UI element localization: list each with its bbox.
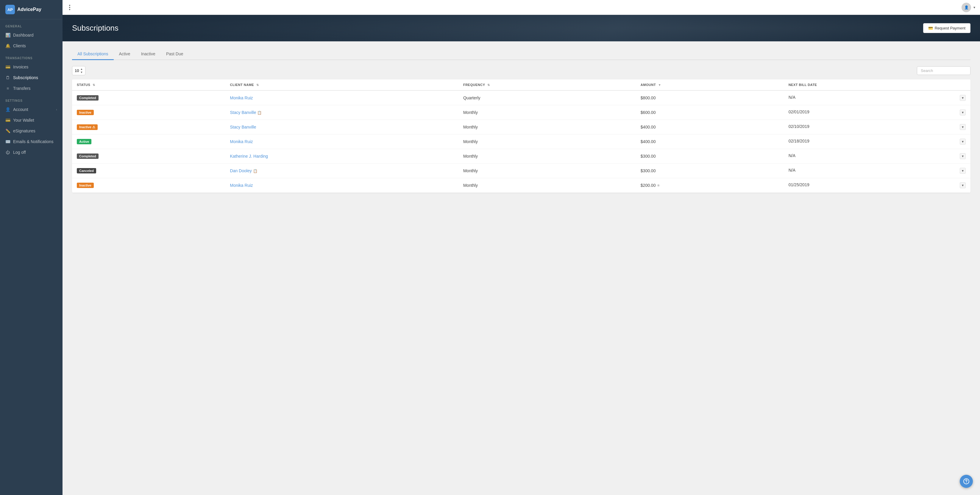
col-client-name[interactable]: CLIENT NAME ⇅	[225, 79, 458, 90]
client-name-link[interactable]: Dan Dooley	[230, 168, 252, 173]
clients-icon: 🔔	[5, 43, 10, 48]
cell-next-bill-date: N/A ▾	[784, 163, 970, 178]
table-row: Completed Katherine J. Harding Monthly $…	[72, 149, 970, 163]
sidebar-item-your-wallet[interactable]: 💳 Your Wallet	[0, 115, 62, 125]
table-row: Canceled Dan Dooley📋 Monthly $300.00 N/A…	[72, 163, 970, 178]
cell-frequency: Monthly	[458, 105, 636, 120]
row-action-dropdown[interactable]: ▾	[960, 124, 966, 130]
sort-icon-status: ⇅	[92, 83, 95, 87]
sidebar-item-label: Emails & Notifications	[13, 139, 53, 144]
col-next-bill-date: NEXT BILL DATE	[784, 79, 970, 90]
cell-client-name: Stacy Banville📋	[225, 105, 458, 120]
sidebar-item-log-off[interactable]: ⏻ Log off	[0, 147, 62, 158]
table-controls: 10 ▲ ▼	[72, 66, 970, 75]
sidebar-item-account[interactable]: 👤 Account ‹	[0, 104, 62, 115]
table-header-row: STATUS ⇅ CLIENT NAME ⇅ FREQUENCY ⇅ AMOUN…	[72, 79, 970, 90]
cell-frequency: Monthly	[458, 120, 636, 135]
client-name-link[interactable]: Monika Ruiz	[230, 139, 253, 144]
account-icon: 👤	[5, 107, 10, 112]
cell-status: Completed	[72, 149, 225, 163]
subscriptions-table: STATUS ⇅ CLIENT NAME ⇅ FREQUENCY ⇅ AMOUN…	[72, 79, 970, 193]
tab-all-subscriptions[interactable]: All Subscriptions	[72, 49, 114, 60]
client-name-link[interactable]: Monika Ruiz	[230, 95, 253, 100]
per-page-selector[interactable]: 10 ▲ ▼	[72, 66, 86, 75]
sort-icon-freq: ⇅	[487, 83, 490, 87]
row-action-dropdown[interactable]: ▾	[960, 109, 966, 116]
cell-status: Canceled	[72, 163, 225, 178]
row-action-dropdown[interactable]: ▾	[960, 182, 966, 188]
sort-icon-amount: ▼	[658, 83, 661, 87]
cell-frequency: Monthly	[458, 163, 636, 178]
cell-client-name: Stacy Banville	[225, 120, 458, 135]
search-input[interactable]	[917, 66, 970, 75]
cell-frequency: Monthly	[458, 135, 636, 149]
sidebar-item-label: Account	[13, 107, 28, 112]
chevron-up-icon: ▲	[80, 68, 83, 70]
row-action-dropdown[interactable]: ▾	[960, 139, 966, 144]
status-badge: Inactive	[77, 182, 94, 188]
cell-next-bill-date: 02/10/2019 ▾	[784, 120, 970, 135]
sidebar-item-invoices[interactable]: 💳 Invoices	[0, 62, 62, 72]
client-name-link[interactable]: Katherine J. Harding	[230, 154, 268, 159]
cell-client-name: Monika Ruiz	[225, 178, 458, 193]
client-name-link[interactable]: Stacy Banville	[230, 125, 256, 129]
cell-status: Completed	[72, 90, 225, 105]
sidebar-item-label: Your Wallet	[13, 118, 34, 122]
file-icon: 📋	[257, 111, 262, 115]
row-action-dropdown[interactable]: ▾	[960, 153, 966, 159]
sidebar-item-label: Log off	[13, 150, 26, 155]
user-menu-chevron[interactable]: ▾	[974, 5, 975, 10]
dashboard-icon: 📊	[5, 33, 10, 38]
row-action-dropdown[interactable]: ▾	[960, 168, 966, 174]
cell-frequency: Quarterly	[458, 90, 636, 105]
subscriptions-icon: 🗒	[5, 75, 10, 80]
tab-active[interactable]: Active	[114, 49, 136, 60]
cell-frequency: Monthly	[458, 149, 636, 163]
sidebar-item-label: Clients	[13, 43, 26, 48]
chevron-down-icon: ▼	[80, 71, 83, 74]
sidebar-item-subscriptions[interactable]: 🗒 Subscriptions	[0, 72, 62, 83]
client-name-link[interactable]: Stacy Banville	[230, 110, 256, 115]
sidebar-item-emails-notifications[interactable]: ✉️ Emails & Notifications	[0, 136, 62, 147]
topbar: 👤 ▾	[62, 0, 980, 15]
sidebar-item-clients[interactable]: 🔔 Clients	[0, 40, 62, 51]
sidebar-item-label: eSignatures	[13, 129, 35, 133]
logoff-icon: ⏻	[5, 150, 10, 155]
chevron-left-icon: ‹	[56, 108, 57, 111]
client-name-link[interactable]: Monika Ruiz	[230, 183, 253, 188]
sidebar: AP AdvicePay GENERAL 📊 Dashboard 🔔 Clien…	[0, 0, 62, 495]
per-page-value: 10	[75, 68, 79, 73]
request-payment-button[interactable]: 💳 Request Payment	[923, 23, 970, 33]
table-row: Inactive ⚠ Stacy Banville Monthly $400.0…	[72, 120, 970, 135]
svg-point-1	[966, 482, 967, 483]
cell-client-name: Katherine J. Harding	[225, 149, 458, 163]
tab-inactive[interactable]: Inactive	[136, 49, 161, 60]
col-amount[interactable]: AMOUNT ▼	[636, 79, 784, 90]
page-title: Subscriptions	[72, 24, 118, 33]
logo-icon: AP	[5, 5, 15, 14]
col-frequency[interactable]: FREQUENCY ⇅	[458, 79, 636, 90]
sidebar-item-label: Subscriptions	[13, 75, 38, 80]
email-icon: ✉️	[5, 139, 10, 144]
row-action-dropdown[interactable]: ▾	[960, 95, 966, 101]
section-label-settings: SETTINGS	[0, 94, 62, 104]
sidebar-item-esignatures[interactable]: ✏️ eSignatures	[0, 125, 62, 136]
status-badge: Inactive	[77, 110, 94, 115]
cell-next-bill-date: 02/18/2019 ▾	[784, 135, 970, 149]
cell-frequency: Monthly	[458, 178, 636, 193]
cell-next-bill-date: N/A ▾	[784, 149, 970, 163]
sidebar-item-dashboard[interactable]: 📊 Dashboard	[0, 30, 62, 40]
cell-next-bill-date: 01/25/2019 ▾	[784, 178, 970, 193]
status-badge: Active	[77, 139, 91, 144]
help-button[interactable]	[960, 475, 973, 488]
cell-amount: $400.00	[636, 120, 784, 135]
col-status[interactable]: STATUS ⇅	[72, 79, 225, 90]
sidebar-item-transfers[interactable]: ≡ Transfers	[0, 83, 62, 94]
help-icon	[963, 478, 970, 485]
wallet-icon: 💳	[5, 118, 10, 122]
menu-dots-button[interactable]	[67, 3, 72, 12]
sidebar-item-label: Invoices	[13, 65, 28, 69]
tab-past-due[interactable]: Past Due	[161, 49, 189, 60]
avatar: 👤	[961, 3, 971, 12]
table-row: Inactive Stacy Banville📋 Monthly $600.00…	[72, 105, 970, 120]
